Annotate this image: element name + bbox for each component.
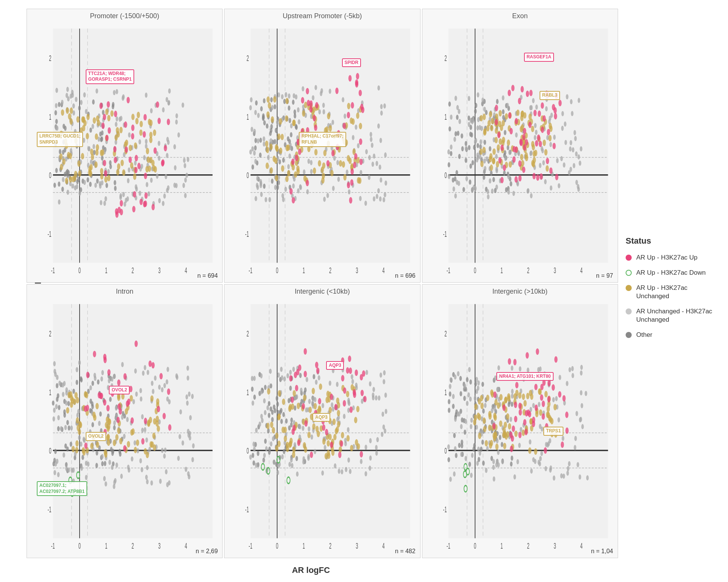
svg-point-1678 [322,471,324,476]
svg-point-672 [266,147,270,153]
svg-point-1896 [472,446,475,452]
svg-point-673 [350,117,353,124]
svg-point-1091 [525,139,528,146]
svg-point-1662 [267,405,269,410]
svg-point-316 [95,149,99,156]
svg-point-603 [302,110,306,117]
svg-point-226 [78,191,81,196]
svg-point-41 [114,186,117,191]
svg-point-1259 [141,428,144,433]
svg-point-1022 [486,125,490,131]
svg-point-1018 [489,111,492,117]
svg-point-454 [260,192,263,197]
svg-point-508 [310,160,313,165]
panel-intergenic-10-n: n = 482 [395,548,416,555]
svg-point-1405 [153,444,156,451]
svg-point-274 [110,110,114,117]
svg-point-2182 [541,401,545,407]
svg-point-349 [154,147,157,154]
svg-point-1398 [73,399,76,405]
svg-point-1673 [331,402,334,408]
svg-point-257 [116,169,119,175]
svg-point-847 [545,106,548,111]
svg-point-1982 [566,381,568,386]
svg-point-1391 [104,451,108,458]
svg-point-2014 [532,403,535,408]
svg-point-465 [284,187,287,192]
svg-point-134 [88,146,91,152]
svg-point-1903 [461,440,463,445]
panel-intron-n: n = 2,69 [196,548,218,555]
svg-point-93 [168,88,171,94]
svg-point-128 [66,87,69,92]
svg-text:4: 4 [383,266,385,275]
legend-item-4: Other [626,331,720,339]
svg-point-1922 [448,408,450,413]
svg-point-1661 [375,445,378,450]
svg-point-543 [259,179,262,184]
svg-point-660 [286,145,289,151]
svg-point-1696 [365,445,367,450]
svg-point-324 [81,116,85,123]
svg-text:1: 1 [303,541,305,551]
svg-point-312 [133,174,136,180]
svg-point-2053 [529,439,531,444]
svg-point-1602 [347,427,350,432]
svg-point-2003 [501,459,504,465]
svg-point-659 [278,133,281,140]
legend-item-3: AR Unchanged - H3K27ac Unchanged [626,307,720,324]
svg-point-1576 [306,377,308,382]
svg-point-985 [505,113,508,120]
svg-point-714 [309,106,313,113]
svg-point-1159 [54,449,57,454]
svg-point-568 [256,183,259,188]
svg-point-1996 [532,457,535,462]
svg-point-978 [491,118,494,124]
svg-point-2024 [552,397,555,402]
svg-point-653 [327,113,331,119]
svg-point-707 [355,79,359,86]
svg-point-546 [249,149,252,155]
svg-point-2100 [518,392,521,399]
legend-dot-4 [626,332,632,338]
svg-point-250 [122,169,126,176]
svg-point-1539 [276,396,278,401]
svg-point-2157 [504,396,508,403]
svg-point-1209 [116,462,118,468]
svg-point-1723 [291,403,295,410]
svg-point-732 [326,160,330,166]
svg-point-1071 [503,164,506,171]
svg-point-1705 [339,446,342,453]
svg-point-688 [281,134,284,140]
svg-point-1058 [546,158,549,164]
svg-point-243 [146,148,149,154]
svg-point-1969 [454,374,457,380]
svg-point-1772 [333,419,336,425]
svg-point-2070 [497,365,500,371]
svg-point-154 [104,201,106,206]
svg-point-65 [101,130,104,136]
svg-point-639 [267,111,270,118]
svg-point-1985 [466,401,468,406]
svg-point-778 [462,187,465,192]
svg-point-1187 [68,426,71,431]
svg-point-2001 [470,473,472,478]
svg-point-1455 [130,417,134,424]
svg-point-1503 [313,374,315,379]
svg-point-1348 [61,382,64,388]
svg-point-1571 [302,426,304,431]
svg-point-2065 [571,366,574,371]
svg-text:-1: -1 [245,229,249,239]
svg-point-578 [293,93,295,99]
svg-point-339 [137,163,141,169]
svg-point-1401 [117,427,121,434]
svg-point-694 [356,73,359,80]
svg-point-304 [117,163,121,170]
svg-point-453 [380,138,382,143]
svg-point-2143 [493,413,496,419]
svg-point-299 [149,120,153,126]
svg-point-1050 [518,98,521,104]
svg-text:1: 1 [303,266,305,275]
svg-point-348 [118,207,121,213]
svg-point-1595 [383,424,385,430]
